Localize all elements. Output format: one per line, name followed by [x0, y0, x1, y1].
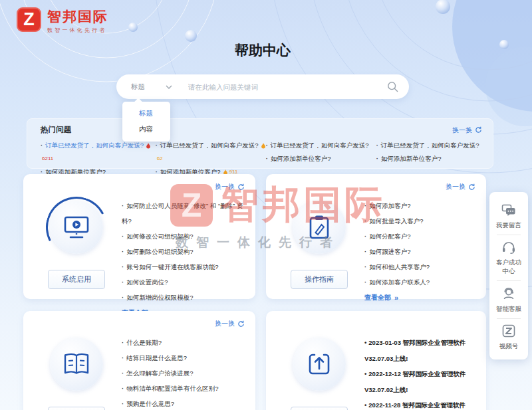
sidebar-item-label: 智能客服 [495, 304, 523, 313]
hot-count: 62 [157, 152, 163, 165]
message-bubbles-icon [501, 204, 516, 217]
refresh-label: 换一换 [452, 126, 472, 135]
category-card-system-dictionary: 换一换 系统字典 [23, 311, 255, 410]
category-button-operation-guide[interactable]: 操作指南 [291, 270, 348, 289]
service-agent-icon [501, 286, 516, 300]
version-update-link[interactable]: 2022-11-28 智邦国际企业管理软件V32.07上线! [364, 397, 475, 410]
dropdown-notch [134, 98, 142, 105]
category-card-system-activation: 换一换 系统启用 [23, 174, 255, 299]
hot-question[interactable]: 如何添加新单位客户? [376, 152, 482, 165]
category-card-operation-guide: 换一换 操作指南 如何添加客户? 如何批量导入客户? [266, 174, 486, 299]
hot-refresh-button[interactable]: 换一换 [452, 126, 482, 135]
search-bar: 标题 [116, 74, 409, 99]
card-refresh-button[interactable]: 换一换 [446, 182, 475, 191]
sidebar-item-label: 视频号 [495, 342, 523, 350]
hot-column: 订单已经发货了，如何向客户发送? 如何添加新单位客户? [266, 139, 376, 179]
hot-column: 订单已经发货了，如何向客户发送? 62 如何添加新单位客户? 911 [156, 139, 266, 179]
search-filter-value: 标题 [131, 82, 145, 92]
question-link[interactable]: 如何新增岗位权限模板? [122, 290, 245, 305]
sidebar-item-label: 我要留言 [495, 221, 523, 229]
refresh-icon [237, 183, 245, 191]
sidebar-item-video-channel[interactable]: 视频号 [489, 319, 528, 356]
video-channel-z-icon [502, 324, 515, 338]
hot-question-text[interactable]: 订单已经发货了，如何向客户发送? [160, 139, 259, 152]
flame-icon [146, 143, 151, 149]
question-link[interactable]: 账号如何一键开通在线客服功能? [122, 259, 245, 274]
refresh-label: 换一换 [215, 182, 235, 191]
dropdown-option-title[interactable]: 标题 [122, 106, 170, 122]
hot-column: 订单已经发货了，如何向客户发送? 如何添加新单位客户? [376, 139, 482, 179]
hot-question-text[interactable]: 如何添加新单位客户? [381, 152, 442, 165]
search-input[interactable] [179, 83, 387, 91]
refresh-icon [237, 320, 245, 328]
brand-tagline: 数智一体化先行者 [47, 27, 108, 34]
view-all-label: 查看全部 [364, 293, 391, 302]
open-book-icon [63, 352, 90, 376]
question-link[interactable]: 如何防止公司人员随意 “修改” 和 “删除” 资料? [122, 198, 245, 229]
hot-question-text[interactable]: 如何添加新单位客户? [271, 152, 331, 165]
category-icon-circle [293, 201, 346, 254]
page-title: 帮助中心 [0, 41, 525, 60]
brand-logo[interactable]: Z 智邦国际 数智一体化先行者 [17, 7, 108, 34]
floating-sidebar: 我要留言 客户成功中心 智能客服 [489, 192, 528, 359]
category-icon-circle [293, 338, 346, 391]
hot-question-text[interactable]: 订单已经发货了，如何向客户发送? [381, 139, 479, 152]
category-button-system-dictionary[interactable]: 系统字典 [48, 407, 105, 410]
question-link[interactable]: 如何添加客户联系人? [364, 274, 475, 290]
category-icon-circle [50, 201, 103, 254]
hot-questions-title: 热门问题 [41, 125, 71, 135]
search-icon[interactable] [387, 81, 398, 92]
refresh-label: 换一换 [215, 319, 235, 328]
hot-question[interactable]: 订单已经发货了，如何向客户发送? [266, 139, 376, 152]
category-button-system-activation[interactable]: 系统启用 [48, 270, 105, 289]
chevron-down-icon [166, 85, 172, 89]
hot-question[interactable]: 订单已经发货了，如何向客户发送? 6211 [41, 139, 156, 165]
category-button-version-upgrade[interactable]: 版本升级 [291, 407, 348, 410]
question-link[interactable]: 如何分配客户? [364, 229, 475, 244]
help-center-page: Z 智邦国际 数智一体化先行者 帮助中心 标题 标题 内容 热门问题 [0, 0, 532, 410]
clipboard-icon [307, 214, 332, 241]
hot-question[interactable]: 如何添加新单位客户? [266, 152, 376, 165]
search-filter-select[interactable]: 标题 [116, 82, 179, 92]
card-refresh-button[interactable]: 换一换 [215, 182, 245, 191]
question-link[interactable]: 结算日期是什么意思? [122, 350, 245, 365]
hot-questions-panel: 热门问题 换一换 订单已经发货了，如何向客户发送? 6211 [27, 118, 493, 169]
hot-question[interactable]: 订单已经发货了，如何向客户发送? [376, 139, 482, 152]
upload-box-icon [307, 352, 332, 377]
search-filter-dropdown: 标题 内容 [122, 102, 170, 142]
hot-question[interactable]: 订单已经发货了，如何向客户发送? 62 [156, 139, 266, 165]
circle-arc-decoration [38, 189, 115, 266]
flame-icon [261, 143, 266, 149]
refresh-icon [468, 183, 475, 191]
question-link[interactable]: 如何跟进客户? [364, 244, 475, 259]
view-all-link[interactable]: 查看全部 [364, 293, 398, 302]
category-icon-circle [50, 338, 103, 391]
question-link[interactable]: 预购是什么意思? [122, 396, 245, 410]
question-link[interactable]: 怎么理解客户洽谈进展? [122, 365, 245, 381]
sidebar-item-label: 客户成功中心 [495, 258, 523, 275]
version-update-link[interactable]: 2022-12-12 智邦国际企业管理软件V32.07.02上线! [364, 366, 475, 397]
sidebar-item-smart-service[interactable]: 智能客服 [489, 281, 528, 318]
brand-logo-icon: Z [17, 7, 41, 32]
question-link[interactable]: 如何和他人共享客户? [364, 259, 475, 274]
question-link[interactable]: 如何批量导入客户? [364, 213, 475, 229]
hot-question-text[interactable]: 订单已经发货了，如何向客户发送? [271, 139, 369, 152]
brand-letter: Z [23, 9, 35, 30]
sidebar-item-customer-success[interactable]: 客户成功中心 [489, 235, 528, 280]
category-card-version-upgrade: 版本升级 2023-01-03 智邦国际企业管理软件V32.07.03上线! 2… [266, 311, 486, 410]
question-link[interactable]: 物料清单和配置清单有什么区别? [122, 381, 245, 396]
question-link[interactable]: 如何设置岗位? [122, 274, 245, 290]
version-update-link[interactable]: 2023-01-03 智邦国际企业管理软件V32.07.03上线! [364, 335, 475, 366]
headset-icon [501, 241, 516, 254]
question-link[interactable]: 什么是账期? [122, 335, 245, 350]
brand-name: 智邦国际 [47, 9, 108, 25]
card-refresh-button[interactable]: 换一换 [215, 319, 245, 328]
sidebar-item-leave-message[interactable]: 我要留言 [489, 199, 528, 235]
question-link[interactable]: 如何删除公司组织架构? [122, 244, 245, 259]
dropdown-option-content[interactable]: 内容 [122, 122, 170, 138]
refresh-icon [475, 126, 482, 134]
question-link[interactable]: 如何修改公司组织架构? [122, 229, 245, 244]
question-link[interactable]: 如何添加客户? [364, 198, 475, 213]
hot-column: 订单已经发货了，如何向客户发送? 6211 如何添加新单位客户? [41, 139, 156, 179]
hot-count: 6211 [42, 152, 53, 165]
